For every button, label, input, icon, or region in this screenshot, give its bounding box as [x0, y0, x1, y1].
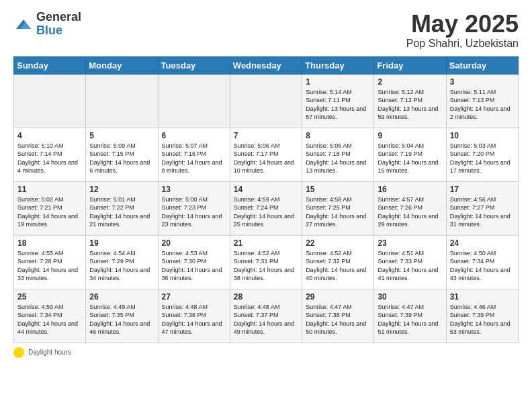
day-info: Sunrise: 4:56 AM Sunset: 7:27 PM Dayligh… — [450, 195, 515, 229]
daylight-label: Daylight hours — [28, 349, 71, 356]
calendar-week-2: 4Sunrise: 5:10 AM Sunset: 7:14 PM Daylig… — [14, 128, 519, 181]
calendar-cell-16: 16Sunrise: 4:57 AM Sunset: 7:26 PM Dayli… — [374, 181, 446, 235]
calendar-cell-17: 17Sunrise: 4:56 AM Sunset: 7:27 PM Dayli… — [446, 181, 518, 235]
day-number: 25 — [17, 292, 82, 302]
calendar-cell-26: 26Sunrise: 4:49 AM Sunset: 7:35 PM Dayli… — [86, 289, 158, 342]
calendar-cell-2: 2Sunrise: 5:12 AM Sunset: 7:12 PM Daylig… — [374, 74, 446, 128]
calendar-cell-31: 31Sunrise: 4:46 AM Sunset: 7:39 PM Dayli… — [446, 289, 518, 342]
calendar-cell-6: 6Sunrise: 5:07 AM Sunset: 7:16 PM Daylig… — [158, 128, 230, 181]
calendar-header-friday: Friday — [374, 56, 446, 74]
page: General Blue May 2025 Pop Shahri, Uzbeki… — [0, 0, 532, 365]
calendar-week-5: 25Sunrise: 4:50 AM Sunset: 7:34 PM Dayli… — [14, 289, 519, 342]
day-number: 13 — [162, 185, 226, 194]
calendar-cell-14: 14Sunrise: 4:59 AM Sunset: 7:24 PM Dayli… — [230, 181, 302, 235]
day-number: 8 — [306, 131, 370, 140]
title-location: Pop Shahri, Uzbekistan — [406, 38, 519, 50]
day-number: 16 — [378, 185, 442, 194]
day-number: 9 — [378, 131, 442, 140]
sun-icon — [13, 347, 24, 358]
day-info: Sunrise: 4:50 AM Sunset: 7:34 PM Dayligh… — [450, 249, 515, 283]
day-number: 6 — [162, 131, 226, 140]
day-info: Sunrise: 5:07 AM Sunset: 7:16 PM Dayligh… — [162, 142, 226, 175]
logo-icon — [13, 14, 34, 34]
day-info: Sunrise: 4:54 AM Sunset: 7:29 PM Dayligh… — [89, 249, 154, 283]
day-info: Sunrise: 4:52 AM Sunset: 7:32 PM Dayligh… — [306, 249, 370, 283]
calendar-header-row: SundayMondayTuesdayWednesdayThursdayFrid… — [14, 56, 519, 74]
calendar-cell-25: 25Sunrise: 4:50 AM Sunset: 7:34 PM Dayli… — [14, 289, 86, 342]
day-info: Sunrise: 4:59 AM Sunset: 7:24 PM Dayligh… — [234, 195, 298, 229]
calendar-cell-13: 13Sunrise: 5:00 AM Sunset: 7:23 PM Dayli… — [158, 181, 230, 235]
day-info: Sunrise: 4:48 AM Sunset: 7:37 PM Dayligh… — [234, 303, 298, 336]
day-info: Sunrise: 4:49 AM Sunset: 7:35 PM Dayligh… — [89, 303, 154, 336]
calendar-cell-10: 10Sunrise: 5:03 AM Sunset: 7:20 PM Dayli… — [446, 128, 518, 181]
day-info: Sunrise: 4:53 AM Sunset: 7:30 PM Dayligh… — [162, 249, 226, 283]
calendar-header-wednesday: Wednesday — [230, 56, 302, 74]
day-info: Sunrise: 4:55 AM Sunset: 7:28 PM Dayligh… — [17, 249, 82, 283]
day-number: 10 — [450, 131, 515, 140]
day-number: 23 — [378, 238, 442, 248]
calendar-header-saturday: Saturday — [446, 56, 518, 74]
calendar-cell-4: 4Sunrise: 5:10 AM Sunset: 7:14 PM Daylig… — [14, 128, 86, 181]
day-number: 14 — [234, 185, 298, 194]
calendar-header-tuesday: Tuesday — [158, 56, 230, 74]
footer-note: Daylight hours — [13, 347, 519, 358]
calendar-header-sunday: Sunday — [14, 56, 86, 74]
title-month: May 2025 — [406, 11, 519, 38]
day-number: 22 — [306, 238, 370, 248]
day-number: 2 — [378, 77, 442, 87]
day-info: Sunrise: 5:03 AM Sunset: 7:20 PM Dayligh… — [450, 142, 515, 175]
calendar-cell-15: 15Sunrise: 4:58 AM Sunset: 7:25 PM Dayli… — [302, 181, 374, 235]
calendar-cell-28: 28Sunrise: 4:48 AM Sunset: 7:37 PM Dayli… — [230, 289, 302, 342]
day-number: 24 — [450, 238, 515, 248]
day-number: 31 — [450, 292, 515, 302]
calendar-cell-empty — [158, 74, 230, 128]
calendar-cell-7: 7Sunrise: 5:06 AM Sunset: 7:17 PM Daylig… — [230, 128, 302, 181]
calendar-cell-29: 29Sunrise: 4:47 AM Sunset: 7:38 PM Dayli… — [302, 289, 374, 342]
calendar-cell-1: 1Sunrise: 5:14 AM Sunset: 7:11 PM Daylig… — [302, 74, 374, 128]
day-info: Sunrise: 5:10 AM Sunset: 7:14 PM Dayligh… — [17, 142, 82, 175]
day-number: 5 — [89, 131, 154, 140]
calendar-cell-5: 5Sunrise: 5:09 AM Sunset: 7:15 PM Daylig… — [86, 128, 158, 181]
day-info: Sunrise: 5:05 AM Sunset: 7:18 PM Dayligh… — [306, 142, 370, 175]
day-info: Sunrise: 4:47 AM Sunset: 7:39 PM Dayligh… — [378, 303, 442, 336]
calendar-cell-9: 9Sunrise: 5:04 AM Sunset: 7:19 PM Daylig… — [374, 128, 446, 181]
calendar-cell-empty — [230, 74, 302, 128]
day-number: 27 — [162, 292, 226, 302]
logo: General Blue — [13, 11, 81, 38]
day-info: Sunrise: 5:04 AM Sunset: 7:19 PM Dayligh… — [378, 142, 442, 175]
calendar-cell-8: 8Sunrise: 5:05 AM Sunset: 7:18 PM Daylig… — [302, 128, 374, 181]
day-number: 18 — [17, 238, 82, 248]
calendar-cell-30: 30Sunrise: 4:47 AM Sunset: 7:39 PM Dayli… — [374, 289, 446, 342]
day-number: 12 — [89, 185, 154, 194]
logo-text: General Blue — [36, 11, 81, 38]
day-info: Sunrise: 5:02 AM Sunset: 7:21 PM Dayligh… — [17, 195, 82, 229]
calendar-cell-18: 18Sunrise: 4:55 AM Sunset: 7:28 PM Dayli… — [14, 235, 86, 289]
calendar-week-1: 1Sunrise: 5:14 AM Sunset: 7:11 PM Daylig… — [14, 74, 519, 128]
day-info: Sunrise: 4:50 AM Sunset: 7:34 PM Dayligh… — [17, 303, 82, 336]
calendar-header-thursday: Thursday — [302, 56, 374, 74]
day-info: Sunrise: 4:51 AM Sunset: 7:33 PM Dayligh… — [378, 249, 442, 283]
day-number: 28 — [234, 292, 298, 302]
day-info: Sunrise: 4:48 AM Sunset: 7:36 PM Dayligh… — [162, 303, 226, 336]
day-info: Sunrise: 5:06 AM Sunset: 7:17 PM Dayligh… — [234, 142, 298, 175]
day-number: 15 — [306, 185, 370, 194]
day-info: Sunrise: 4:57 AM Sunset: 7:26 PM Dayligh… — [378, 195, 442, 229]
day-number: 26 — [89, 292, 154, 302]
calendar-cell-21: 21Sunrise: 4:52 AM Sunset: 7:31 PM Dayli… — [230, 235, 302, 289]
calendar-week-4: 18Sunrise: 4:55 AM Sunset: 7:28 PM Dayli… — [14, 235, 519, 289]
day-number: 29 — [306, 292, 370, 302]
footer: Daylight hours — [13, 347, 519, 358]
logo-blue: Blue — [36, 24, 81, 38]
calendar-cell-11: 11Sunrise: 5:02 AM Sunset: 7:21 PM Dayli… — [14, 181, 86, 235]
day-info: Sunrise: 5:09 AM Sunset: 7:15 PM Dayligh… — [89, 142, 154, 175]
day-info: Sunrise: 5:11 AM Sunset: 7:13 PM Dayligh… — [450, 88, 515, 122]
day-number: 20 — [162, 238, 226, 248]
day-info: Sunrise: 5:00 AM Sunset: 7:23 PM Dayligh… — [162, 195, 226, 229]
day-info: Sunrise: 4:58 AM Sunset: 7:25 PM Dayligh… — [306, 195, 370, 229]
logo-general: General — [36, 11, 81, 24]
title-block: May 2025 Pop Shahri, Uzbekistan — [406, 11, 519, 50]
header: General Blue May 2025 Pop Shahri, Uzbeki… — [13, 11, 519, 50]
day-number: 19 — [89, 238, 154, 248]
day-number: 11 — [17, 185, 82, 194]
calendar-cell-20: 20Sunrise: 4:53 AM Sunset: 7:30 PM Dayli… — [158, 235, 230, 289]
